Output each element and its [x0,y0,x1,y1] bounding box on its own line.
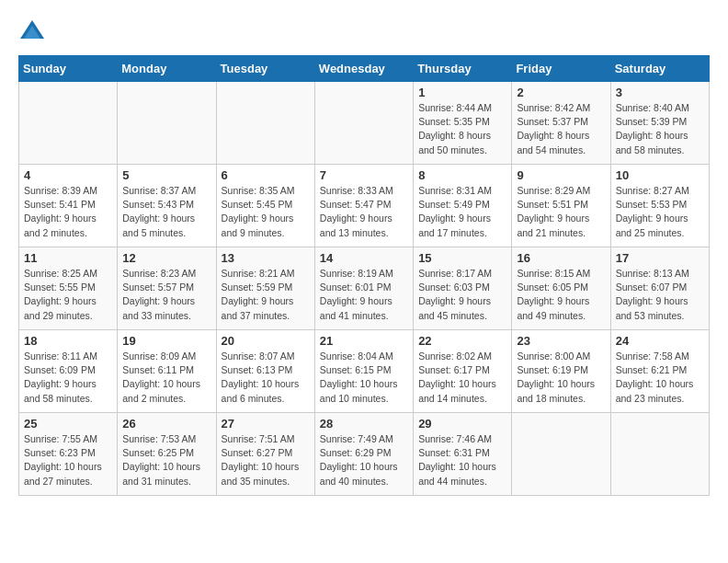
calendar-cell: 24Sunrise: 7:58 AM Sunset: 6:21 PM Dayli… [610,330,709,413]
day-info: Sunrise: 8:11 AM Sunset: 6:09 PM Dayligh… [24,350,112,406]
day-number: 7 [320,168,408,182]
day-info: Sunrise: 8:27 AM Sunset: 5:53 PM Dayligh… [616,184,704,240]
calendar-cell [118,82,216,165]
day-info: Sunrise: 8:42 AM Sunset: 5:37 PM Dayligh… [517,101,605,157]
calendar-week-row: 1Sunrise: 8:44 AM Sunset: 5:35 PM Daylig… [19,82,710,165]
day-number: 18 [24,334,112,348]
day-info: Sunrise: 8:19 AM Sunset: 6:01 PM Dayligh… [320,267,408,323]
calendar-cell: 20Sunrise: 8:07 AM Sunset: 6:13 PM Dayli… [216,330,314,413]
day-info: Sunrise: 7:55 AM Sunset: 6:23 PM Dayligh… [24,432,112,488]
calendar-cell: 9Sunrise: 8:29 AM Sunset: 5:51 PM Daylig… [512,165,610,247]
calendar-cell: 4Sunrise: 8:39 AM Sunset: 5:41 PM Daylig… [19,165,118,247]
day-number: 26 [122,417,210,431]
day-of-week-header: Saturday [610,56,709,82]
calendar-cell: 6Sunrise: 8:35 AM Sunset: 5:45 PM Daylig… [216,165,314,247]
calendar-cell: 17Sunrise: 8:13 AM Sunset: 6:07 PM Dayli… [610,247,709,330]
day-number: 8 [418,168,506,182]
day-number: 19 [122,334,210,348]
logo-icon [18,18,46,46]
calendar-cell: 14Sunrise: 8:19 AM Sunset: 6:01 PM Dayli… [314,247,413,330]
day-info: Sunrise: 8:04 AM Sunset: 6:15 PM Dayligh… [320,350,408,406]
calendar-cell [216,82,314,165]
calendar-cell: 29Sunrise: 7:46 AM Sunset: 6:31 PM Dayli… [414,413,512,496]
day-info: Sunrise: 8:23 AM Sunset: 5:57 PM Dayligh… [122,267,210,323]
calendar-cell: 16Sunrise: 8:15 AM Sunset: 6:05 PM Dayli… [512,247,610,330]
day-number: 16 [517,251,605,265]
calendar-cell [314,82,413,165]
calendar-cell: 27Sunrise: 7:51 AM Sunset: 6:27 PM Dayli… [216,413,314,496]
calendar-week-row: 18Sunrise: 8:11 AM Sunset: 6:09 PM Dayli… [19,330,710,413]
day-info: Sunrise: 8:44 AM Sunset: 5:35 PM Dayligh… [418,101,506,157]
calendar-cell: 28Sunrise: 7:49 AM Sunset: 6:29 PM Dayli… [314,413,413,496]
day-number: 1 [418,86,506,99]
day-of-week-header: Wednesday [314,56,413,82]
day-number: 17 [616,251,704,265]
calendar-cell: 8Sunrise: 8:31 AM Sunset: 5:49 PM Daylig… [414,165,512,247]
calendar-cell [19,82,118,165]
day-number: 11 [24,251,112,265]
day-info: Sunrise: 8:33 AM Sunset: 5:47 PM Dayligh… [320,184,408,240]
day-number: 23 [517,334,605,348]
day-number: 13 [222,251,310,265]
day-number: 22 [418,334,506,348]
day-info: Sunrise: 7:51 AM Sunset: 6:27 PM Dayligh… [222,432,310,488]
day-number: 27 [222,417,310,431]
day-number: 25 [24,417,112,431]
day-info: Sunrise: 7:46 AM Sunset: 6:31 PM Dayligh… [418,432,506,488]
calendar-body: 1Sunrise: 8:44 AM Sunset: 5:35 PM Daylig… [19,82,710,496]
day-number: 28 [320,417,408,431]
day-number: 21 [320,334,408,348]
day-info: Sunrise: 8:09 AM Sunset: 6:11 PM Dayligh… [122,350,210,406]
calendar-cell: 3Sunrise: 8:40 AM Sunset: 5:39 PM Daylig… [610,82,709,165]
header-row: SundayMondayTuesdayWednesdayThursdayFrid… [19,56,710,82]
day-info: Sunrise: 8:37 AM Sunset: 5:43 PM Dayligh… [122,184,210,240]
day-info: Sunrise: 8:02 AM Sunset: 6:17 PM Dayligh… [418,350,506,406]
calendar-cell: 11Sunrise: 8:25 AM Sunset: 5:55 PM Dayli… [19,247,118,330]
day-number: 14 [320,251,408,265]
day-info: Sunrise: 8:25 AM Sunset: 5:55 PM Dayligh… [24,267,112,323]
day-info: Sunrise: 8:07 AM Sunset: 6:13 PM Dayligh… [222,350,310,406]
day-info: Sunrise: 8:15 AM Sunset: 6:05 PM Dayligh… [517,267,605,323]
day-info: Sunrise: 7:58 AM Sunset: 6:21 PM Dayligh… [616,350,704,406]
calendar-cell: 1Sunrise: 8:44 AM Sunset: 5:35 PM Daylig… [414,82,512,165]
day-of-week-header: Thursday [414,56,512,82]
day-number: 2 [517,86,605,99]
calendar-cell: 25Sunrise: 7:55 AM Sunset: 6:23 PM Dayli… [19,413,118,496]
calendar-cell: 5Sunrise: 8:37 AM Sunset: 5:43 PM Daylig… [118,165,216,247]
day-number: 29 [418,417,506,431]
day-number: 5 [122,168,210,182]
calendar-cell: 21Sunrise: 8:04 AM Sunset: 6:15 PM Dayli… [314,330,413,413]
calendar-cell: 26Sunrise: 7:53 AM Sunset: 6:25 PM Dayli… [118,413,216,496]
day-number: 3 [616,86,704,99]
calendar-cell: 2Sunrise: 8:42 AM Sunset: 5:37 PM Daylig… [512,82,610,165]
calendar-cell [512,413,610,496]
day-number: 10 [616,168,704,182]
calendar-cell: 15Sunrise: 8:17 AM Sunset: 6:03 PM Dayli… [414,247,512,330]
logo [18,18,50,46]
calendar-week-row: 11Sunrise: 8:25 AM Sunset: 5:55 PM Dayli… [19,247,710,330]
day-of-week-header: Tuesday [216,56,314,82]
calendar-cell: 13Sunrise: 8:21 AM Sunset: 5:59 PM Dayli… [216,247,314,330]
calendar-cell [610,413,709,496]
calendar-week-row: 4Sunrise: 8:39 AM Sunset: 5:41 PM Daylig… [19,165,710,247]
day-number: 15 [418,251,506,265]
day-number: 9 [517,168,605,182]
calendar-cell: 12Sunrise: 8:23 AM Sunset: 5:57 PM Dayli… [118,247,216,330]
day-number: 12 [122,251,210,265]
day-info: Sunrise: 8:00 AM Sunset: 6:19 PM Dayligh… [517,350,605,406]
day-of-week-header: Monday [118,56,216,82]
day-number: 20 [222,334,310,348]
page-header [18,18,710,46]
calendar-cell: 18Sunrise: 8:11 AM Sunset: 6:09 PM Dayli… [19,330,118,413]
calendar-cell: 7Sunrise: 8:33 AM Sunset: 5:47 PM Daylig… [314,165,413,247]
day-number: 24 [616,334,704,348]
day-info: Sunrise: 8:13 AM Sunset: 6:07 PM Dayligh… [616,267,704,323]
day-of-week-header: Friday [512,56,610,82]
day-number: 4 [24,168,112,182]
calendar-cell: 23Sunrise: 8:00 AM Sunset: 6:19 PM Dayli… [512,330,610,413]
day-number: 6 [222,168,310,182]
day-info: Sunrise: 8:21 AM Sunset: 5:59 PM Dayligh… [222,267,310,323]
day-info: Sunrise: 8:17 AM Sunset: 6:03 PM Dayligh… [418,267,506,323]
day-of-week-header: Sunday [19,56,118,82]
day-info: Sunrise: 8:29 AM Sunset: 5:51 PM Dayligh… [517,184,605,240]
